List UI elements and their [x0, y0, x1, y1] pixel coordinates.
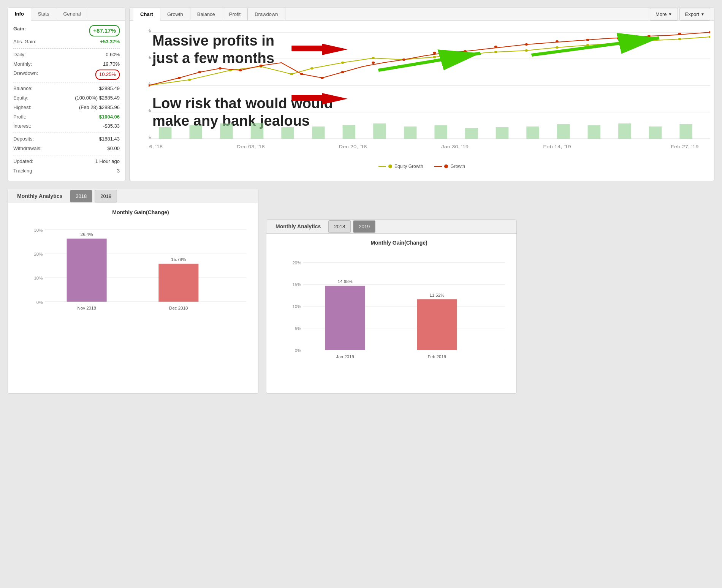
- tab-balance[interactable]: Balance: [190, 8, 222, 20]
- svg-text:Nov 2018: Nov 2018: [77, 306, 96, 311]
- tab-general[interactable]: General: [56, 8, 88, 20]
- svg-rect-18: [404, 126, 417, 139]
- year-tab-2018-right[interactable]: 2018: [328, 220, 351, 233]
- gain-value: +87.17%: [89, 25, 120, 36]
- svg-rect-14: [281, 127, 294, 139]
- svg-line-78: [378, 53, 481, 70]
- export-button[interactable]: Export ▼: [679, 8, 710, 21]
- chart-legend: Equity Growth Growth: [378, 164, 465, 169]
- svg-text:11.52%: 11.52%: [429, 293, 444, 297]
- equity-label: Equity:: [13, 94, 28, 102]
- svg-point-29: [188, 79, 191, 81]
- equity-growth-dot-icon: [388, 164, 392, 168]
- svg-point-61: [525, 43, 528, 46]
- analytics-tab-bar-left: Monthly Analytics 2018 2019: [8, 189, 258, 203]
- growth-legend-label: Growth: [450, 164, 465, 169]
- svg-rect-75: [291, 46, 322, 51]
- tab-stats[interactable]: Stats: [31, 8, 57, 20]
- tab-info[interactable]: Info: [8, 8, 31, 21]
- svg-rect-13: [251, 123, 264, 139]
- svg-rect-89: [67, 239, 107, 302]
- svg-marker-76: [322, 93, 348, 104]
- bottom-row: Monthly Analytics 2018 2019 Monthly Gain…: [8, 189, 714, 394]
- interest-value: -$35.33: [103, 122, 120, 130]
- svg-text:14.68%: 14.68%: [338, 279, 353, 284]
- analytics-tab-bar-right: Monthly Analytics 2018 2019: [266, 220, 516, 234]
- svg-rect-105: [325, 286, 365, 350]
- svg-point-60: [494, 46, 497, 48]
- more-button[interactable]: More ▼: [650, 8, 678, 21]
- profit-label: Profit:: [13, 113, 26, 121]
- svg-text:Jan 30, '19: Jan 30, '19: [441, 144, 469, 149]
- svg-rect-17: [373, 123, 386, 139]
- svg-rect-23: [557, 124, 570, 139]
- svg-text:Feb 27, '19: Feb 27, '19: [671, 144, 698, 149]
- svg-point-63: [586, 39, 589, 41]
- svg-point-49: [198, 71, 201, 73]
- svg-line-79: [532, 38, 659, 55]
- legend-equity-growth: Equity Growth: [378, 164, 423, 169]
- svg-rect-92: [158, 264, 198, 302]
- svg-text:15%: 15%: [292, 283, 301, 287]
- svg-point-57: [402, 58, 405, 61]
- monthly-value: 19.70%: [103, 60, 120, 68]
- bar-chart-right: Monthly Gain(Change) 20% 15% 10% 5% 0% 1…: [266, 234, 516, 393]
- svg-rect-11: [189, 125, 202, 139]
- chart-actions: More ▼ Export ▼: [648, 8, 710, 21]
- equity-growth-legend-label: Equity Growth: [394, 164, 423, 169]
- svg-point-52: [260, 65, 263, 67]
- svg-point-46: [709, 36, 710, 38]
- svg-text:0%: 0%: [36, 300, 43, 305]
- tab-drawdown[interactable]: Drawdown: [248, 8, 285, 20]
- tracking-value: 3: [117, 167, 120, 175]
- analytics-panel-right: Monthly Analytics 2018 2019 Monthly Gain…: [266, 219, 517, 394]
- svg-text:Feb 14, '19: Feb 14, '19: [543, 144, 571, 149]
- svg-text:-100%: -100%: [149, 135, 151, 140]
- analytics-panel-left: Monthly Analytics 2018 2019 Monthly Gain…: [8, 189, 258, 394]
- tab-chart[interactable]: Chart: [133, 8, 160, 21]
- svg-text:Dec 2018: Dec 2018: [169, 306, 188, 311]
- svg-rect-12: [220, 123, 233, 139]
- updated-label: Updated:: [13, 158, 33, 166]
- svg-point-66: [678, 33, 681, 35]
- export-label: Export: [685, 11, 700, 17]
- withdrawals-value: $0.00: [107, 145, 120, 153]
- info-content: Gain: +87.17% Abs. Gain: +53.37% Daily: …: [8, 21, 125, 181]
- svg-text:-50%: -50%: [149, 108, 151, 113]
- svg-point-33: [310, 67, 314, 70]
- chart-area: Massive profits in just a few months Low…: [130, 21, 714, 173]
- svg-text:10%: 10%: [34, 276, 43, 281]
- tab-growth[interactable]: Growth: [160, 8, 190, 20]
- year-tab-2019-left[interactable]: 2019: [95, 190, 117, 202]
- deposits-value: $1881.43: [99, 135, 120, 143]
- svg-text:15.78%: 15.78%: [171, 257, 186, 262]
- export-arrow-icon: ▼: [701, 12, 705, 16]
- analytics-title-left: Monthly Analytics: [12, 189, 68, 203]
- svg-rect-108: [417, 299, 457, 350]
- svg-text:26.4%: 26.4%: [81, 232, 93, 237]
- year-tab-2019-right[interactable]: 2019: [353, 220, 375, 233]
- svg-rect-77: [291, 95, 322, 101]
- monthly-label: Monthly:: [13, 60, 32, 68]
- chart-panel: Chart Growth Balance Profit Drawdown Mor…: [129, 8, 714, 181]
- equity-growth-line-icon: [378, 166, 386, 167]
- svg-text:20%: 20%: [292, 261, 301, 265]
- svg-text:20%: 20%: [34, 252, 43, 257]
- svg-text:Nov 16, '18: Nov 16, '18: [149, 144, 163, 149]
- svg-rect-19: [434, 125, 447, 139]
- abs-gain-value: +53.37%: [100, 38, 120, 46]
- withdrawals-label: Withdrawals:: [13, 145, 41, 153]
- bar-chart-left: Monthly Gain(Change) 30% 20% 10% 0% 26.4…: [8, 203, 258, 363]
- svg-point-45: [678, 38, 681, 40]
- svg-rect-27: [679, 124, 692, 139]
- year-tab-2018-left[interactable]: 2018: [70, 190, 92, 202]
- svg-point-35: [372, 57, 375, 59]
- info-panel: Info Stats General Gain: +87.17% Abs. Ga…: [8, 8, 125, 181]
- svg-text:0%: 0%: [295, 348, 301, 353]
- svg-point-54: [321, 77, 324, 79]
- more-arrow-icon: ▼: [668, 12, 672, 16]
- updated-value: 1 Hour ago: [95, 158, 120, 166]
- chart-tab-bar: Chart Growth Balance Profit Drawdown Mor…: [130, 8, 714, 21]
- tab-profit[interactable]: Profit: [222, 8, 248, 20]
- bar-chart-svg-right: 20% 15% 10% 5% 0% 14.68% Jan 2019: [289, 250, 509, 379]
